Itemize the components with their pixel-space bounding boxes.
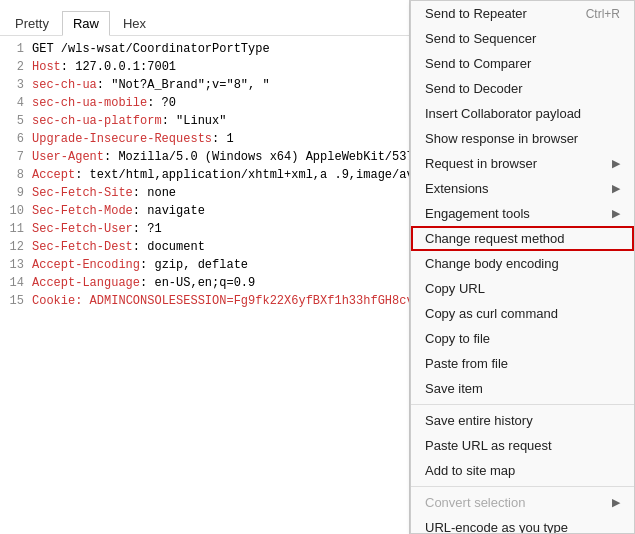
code-line: 3sec-ch-ua: "Not?A_Brand";v="8", "	[0, 76, 409, 94]
menu-item-label: Send to Repeater	[425, 6, 527, 21]
line-content: Accept: text/html,application/xhtml+xml,…	[32, 166, 409, 184]
menu-item: Convert selection▶	[411, 490, 634, 515]
menu-item-label: Show response in browser	[425, 131, 578, 146]
line-content: GET /wls-wsat/CoordinatorPortType	[32, 40, 270, 58]
line-content: Sec-Fetch-Mode: navigate	[32, 202, 205, 220]
menu-item[interactable]: Paste from file	[411, 351, 634, 376]
menu-item[interactable]: Show response in browser	[411, 126, 634, 151]
menu-item-label: Engagement tools	[425, 206, 530, 221]
code-line: 9Sec-Fetch-Site: none	[0, 184, 409, 202]
line-number: 9	[4, 184, 24, 202]
menu-item-label: Insert Collaborator payload	[425, 106, 581, 121]
menu-item-label: Paste URL as request	[425, 438, 552, 453]
request-panel: Pretty Raw Hex 1GET /wls-wsat/Coordinato…	[0, 0, 410, 534]
submenu-arrow-icon: ▶	[612, 207, 620, 220]
menu-item[interactable]: Send to Decoder	[411, 76, 634, 101]
menu-item[interactable]: Extensions▶	[411, 176, 634, 201]
line-content: Cookie: ADMINCONSOLESESSION=Fg9fk22X6yfB…	[32, 292, 409, 310]
line-content: Upgrade-Insecure-Requests: 1	[32, 130, 234, 148]
menu-shortcut: Ctrl+R	[586, 7, 620, 21]
line-number: 8	[4, 166, 24, 184]
line-number: 4	[4, 94, 24, 112]
line-number: 6	[4, 130, 24, 148]
line-number: 15	[4, 292, 24, 310]
code-line: 5sec-ch-ua-platform: "Linux"	[0, 112, 409, 130]
code-area: 1GET /wls-wsat/CoordinatorPortType2Host:…	[0, 36, 409, 534]
menu-item[interactable]: Change request method	[411, 226, 634, 251]
line-content: sec-ch-ua: "Not?A_Brand";v="8", "	[32, 76, 270, 94]
menu-item-label: Save entire history	[425, 413, 533, 428]
code-line: 13Accept-Encoding: gzip, deflate	[0, 256, 409, 274]
line-number: 2	[4, 58, 24, 76]
submenu-arrow-icon: ▶	[612, 157, 620, 170]
menu-item-label: Send to Decoder	[425, 81, 523, 96]
line-number: 7	[4, 148, 24, 166]
menu-item-label: Change request method	[425, 231, 564, 246]
menu-item[interactable]: Send to Sequencer	[411, 26, 634, 51]
code-line: 2Host: 127.0.0.1:7001	[0, 58, 409, 76]
menu-item[interactable]: Save entire history	[411, 408, 634, 433]
line-content: Host: 127.0.0.1:7001	[32, 58, 176, 76]
menu-divider	[411, 486, 634, 487]
menu-item-label: Save item	[425, 381, 483, 396]
line-content: User-Agent: Mozilla/5.0 (Windows x64) Ap…	[32, 148, 409, 166]
tab-pretty[interactable]: Pretty	[4, 11, 60, 36]
menu-item-label: Paste from file	[425, 356, 508, 371]
menu-item[interactable]: Copy as curl command	[411, 301, 634, 326]
menu-item[interactable]: Copy URL	[411, 276, 634, 301]
line-content: Accept-Encoding: gzip, deflate	[32, 256, 248, 274]
menu-item[interactable]: Paste URL as request	[411, 433, 634, 458]
menu-item-label: Copy URL	[425, 281, 485, 296]
tab-bar: Pretty Raw Hex	[0, 10, 409, 36]
line-content: Sec-Fetch-Site: none	[32, 184, 176, 202]
line-number: 14	[4, 274, 24, 292]
menu-item-label: Copy as curl command	[425, 306, 558, 321]
line-number: 5	[4, 112, 24, 130]
code-line: 7User-Agent: Mozilla/5.0 (Windows x64) A…	[0, 148, 409, 166]
menu-item-label: Send to Sequencer	[425, 31, 536, 46]
menu-item-label: Request in browser	[425, 156, 537, 171]
code-line: 12Sec-Fetch-Dest: document	[0, 238, 409, 256]
code-line: 15Cookie: ADMINCONSOLESESSION=Fg9fk22X6y…	[0, 292, 409, 310]
code-line: 8Accept: text/html,application/xhtml+xml…	[0, 166, 409, 184]
line-content: sec-ch-ua-platform: "Linux"	[32, 112, 226, 130]
code-line: 14Accept-Language: en-US,en;q=0.9	[0, 274, 409, 292]
code-line: 10Sec-Fetch-Mode: navigate	[0, 202, 409, 220]
menu-item-label: URL-encode as you type	[425, 520, 568, 534]
code-line: 1GET /wls-wsat/CoordinatorPortType	[0, 40, 409, 58]
line-content: Accept-Language: en-US,en;q=0.9	[32, 274, 255, 292]
menu-item-label: Add to site map	[425, 463, 515, 478]
menu-item[interactable]: Copy to file	[411, 326, 634, 351]
line-content: Sec-Fetch-User: ?1	[32, 220, 162, 238]
line-number: 13	[4, 256, 24, 274]
menu-item-label: Convert selection	[425, 495, 525, 510]
menu-item[interactable]: Engagement tools▶	[411, 201, 634, 226]
menu-item-label: Change body encoding	[425, 256, 559, 271]
menu-item-label: Send to Comparer	[425, 56, 531, 71]
code-line: 6Upgrade-Insecure-Requests: 1	[0, 130, 409, 148]
tab-hex[interactable]: Hex	[112, 11, 157, 36]
line-content: Sec-Fetch-Dest: document	[32, 238, 205, 256]
menu-item[interactable]: Insert Collaborator payload	[411, 101, 634, 126]
menu-item[interactable]: Add to site map	[411, 458, 634, 483]
line-number: 12	[4, 238, 24, 256]
line-number: 3	[4, 76, 24, 94]
tab-raw[interactable]: Raw	[62, 11, 110, 36]
menu-item[interactable]: Change body encoding	[411, 251, 634, 276]
submenu-arrow-icon: ▶	[612, 182, 620, 195]
menu-item[interactable]: Request in browser▶	[411, 151, 634, 176]
context-menu: Send to RepeaterCtrl+RSend to SequencerS…	[410, 0, 635, 534]
menu-divider	[411, 404, 634, 405]
menu-item[interactable]: URL-encode as you type	[411, 515, 634, 534]
menu-item-label: Copy to file	[425, 331, 490, 346]
code-line: 11Sec-Fetch-User: ?1	[0, 220, 409, 238]
line-content: sec-ch-ua-mobile: ?0	[32, 94, 176, 112]
line-number: 10	[4, 202, 24, 220]
code-line: 4sec-ch-ua-mobile: ?0	[0, 94, 409, 112]
menu-item[interactable]: Send to RepeaterCtrl+R	[411, 1, 634, 26]
menu-item-label: Extensions	[425, 181, 489, 196]
line-number: 1	[4, 40, 24, 58]
panel-title	[0, 0, 409, 10]
menu-item[interactable]: Send to Comparer	[411, 51, 634, 76]
menu-item[interactable]: Save item	[411, 376, 634, 401]
